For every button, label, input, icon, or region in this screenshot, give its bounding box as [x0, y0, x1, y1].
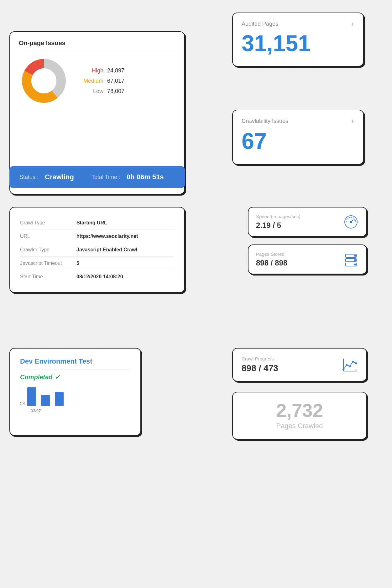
speed-card: Speed (in pages/sec) 2.19 / 5 — [248, 207, 367, 237]
bar-1 — [27, 387, 36, 406]
svg-point-18 — [346, 364, 348, 366]
completed-label: Completed — [20, 374, 52, 381]
speed-label: Speed (in pages/sec) — [256, 214, 301, 219]
crawler-type-key: Crawler Type — [20, 247, 76, 253]
legend-high: High 24,897 — [78, 67, 124, 74]
js-timeout-key: Javascript Timeout — [20, 260, 76, 266]
low-value: 78,007 — [107, 88, 124, 95]
svg-point-15 — [355, 362, 357, 364]
row1: Audited Pages + 31,151 On-page Issues — [9, 13, 383, 194]
completed-badge: Completed ✓ — [20, 373, 130, 381]
speed-value: 2.19 / 5 — [256, 221, 301, 230]
high-value: 24,897 — [107, 67, 124, 74]
crawler-type-val: Javascript Enabled Crawl — [76, 247, 137, 253]
row3: Crawl Progress 898 / 473 2,732 — [9, 348, 383, 480]
bar-group-3 — [55, 392, 64, 406]
onpage-content: High 24,897 Medium 67,017 Low 78,007 — [19, 56, 175, 106]
audited-pages-plus[interactable]: + — [351, 21, 354, 28]
detail-row-start-time: Start Time 08/12/2020 14:08:20 — [20, 270, 174, 283]
crawl-progress-label: Crawl Progress — [242, 356, 278, 361]
pages-stored-card: Pages Stored 898 / 898 — [248, 244, 367, 274]
bar-chart-area: 5K — [20, 387, 130, 406]
js-timeout-val: 5 — [76, 260, 79, 266]
status-value: Crawling — [45, 173, 74, 181]
detail-row-crawl-type: Crawl Type Starting URL — [20, 216, 174, 230]
status-bar: Status : Crawling Total Time : 0h 06m 51… — [9, 166, 185, 188]
low-label: Low — [78, 88, 103, 95]
start-time-val: 08/12/2020 14:08:20 — [76, 274, 123, 280]
audited-pages-value: 31,151 — [242, 31, 354, 56]
pages-stored-value: 898 / 898 — [256, 259, 287, 267]
url-key: URL — [20, 234, 76, 239]
dev-environment-card: Dev Environment Test Completed ✓ 5K — [9, 348, 141, 436]
crawl-progress-value: 898 / 473 — [242, 363, 278, 373]
legend: High 24,897 Medium 67,017 Low 78,007 — [78, 67, 124, 95]
bar-group-1 — [27, 387, 36, 406]
x-axis: 03/07 — [31, 408, 130, 413]
audited-pages-label: Audited Pages — [242, 21, 278, 27]
crawlability-title: Crawlability Issues + — [242, 118, 354, 124]
crawl-progress-icon — [342, 357, 358, 373]
time-label: Total Time : — [91, 174, 120, 181]
donut-chart — [19, 56, 69, 106]
pages-stored-label: Pages Stored — [256, 251, 287, 257]
y-axis: 5K — [20, 401, 25, 406]
pages-stored-info: Pages Stored 898 / 898 — [256, 251, 287, 267]
bar-3 — [55, 392, 64, 406]
bar-2 — [41, 395, 50, 406]
medium-value: 67,017 — [107, 78, 124, 84]
crawl-details-card: Crawl Type Starting URL URL https://www.… — [9, 207, 185, 293]
dashboard-scene: Audited Pages + 31,151 On-page Issues — [9, 13, 383, 480]
svg-point-5 — [350, 221, 352, 223]
checkmark-icon: ✓ — [55, 373, 60, 381]
status-label: Status : — [19, 174, 39, 181]
pages-stored-icon — [343, 252, 359, 267]
url-val: https://www.seoclarity.net — [76, 234, 138, 239]
crawl-progress-card: Crawl Progress 898 / 473 — [232, 348, 367, 381]
audited-pages-title: Audited Pages + — [242, 21, 354, 27]
svg-point-3 — [31, 68, 56, 93]
time-value: 0h 06m 51s — [127, 173, 164, 181]
crawlability-plus[interactable]: + — [351, 118, 354, 125]
svg-point-12 — [354, 255, 356, 256]
pages-crawled-card: 2,732 Pages Crawled — [232, 392, 367, 439]
crawlability-card: Crawlability Issues + 67 — [232, 110, 364, 165]
svg-point-13 — [354, 260, 356, 261]
pages-crawled-number: 2,732 — [243, 401, 356, 420]
bars-container — [27, 387, 64, 406]
audited-pages-card: Audited Pages + 31,151 — [232, 13, 364, 66]
row2: Speed (in pages/sec) 2.19 / 5 Pages Stor… — [9, 207, 383, 332]
start-time-key: Start Time — [20, 274, 76, 280]
crawlability-value: 67 — [242, 128, 354, 154]
crawl-progress-info: Crawl Progress 898 / 473 — [242, 356, 278, 373]
crawl-type-key: Crawl Type — [20, 220, 76, 226]
high-label: High — [78, 67, 103, 74]
svg-point-16 — [352, 361, 354, 363]
crawlability-label: Crawlability Issues — [242, 118, 288, 124]
svg-line-7 — [354, 220, 355, 220]
crawl-type-val: Starting URL — [76, 220, 107, 226]
y-label: 5K — [20, 401, 25, 406]
dev-env-title: Dev Environment Test — [20, 357, 130, 365]
legend-medium: Medium 67,017 — [78, 78, 124, 84]
onpage-title: On-page Issues — [19, 39, 175, 47]
detail-row-crawler-type: Crawler Type Javascript Enabled Crawl — [20, 243, 174, 257]
speed-info: Speed (in pages/sec) 2.19 / 5 — [256, 214, 301, 230]
pages-crawled-label: Pages Crawled — [243, 422, 356, 430]
legend-low: Low 78,007 — [78, 88, 124, 95]
svg-point-14 — [354, 264, 356, 265]
bar-group-2 — [41, 395, 50, 406]
medium-label: Medium — [78, 78, 103, 84]
speed-icon — [343, 214, 359, 230]
detail-row-js-timeout: Javascript Timeout 5 — [20, 257, 174, 270]
x-label: 03/07 — [31, 408, 41, 413]
detail-row-url: URL https://www.seoclarity.net — [20, 230, 174, 243]
svg-point-17 — [349, 365, 351, 367]
